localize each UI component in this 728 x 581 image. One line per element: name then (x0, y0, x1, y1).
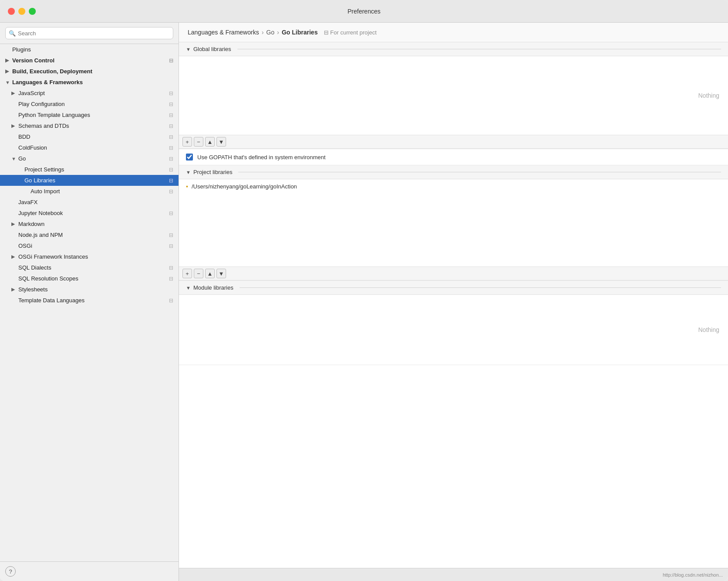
expand-icon: ▶ (11, 90, 17, 96)
copy-icon: ⊟ (169, 123, 173, 129)
move-down-button[interactable]: ▼ (216, 269, 226, 278)
sidebar: 🔍 Plugins ▶ Version Control ⊟ (0, 23, 179, 581)
sidebar-item-label: Project Settings (24, 166, 64, 173)
for-project-label: ⊟ For current project (324, 29, 377, 36)
sidebar-item-label: Build, Execution, Deployment (12, 68, 92, 75)
expand-icon: ▼ (5, 80, 11, 85)
sidebar-item-label: Template Data Languages (18, 297, 85, 304)
sidebar-item-play-configuration[interactable]: Play Configuration ⊟ (0, 99, 179, 109)
sidebar-item-template-data[interactable]: Template Data Languages ⊟ (0, 295, 179, 306)
section-collapse-icon[interactable]: ▼ (186, 285, 191, 290)
remove-button[interactable]: − (194, 137, 203, 147)
sidebar-item-jupyter[interactable]: Jupyter Notebook ⊟ (0, 208, 179, 219)
breadcrumb-part2: Go (266, 29, 275, 36)
global-libraries-header: ▼ Global libraries (179, 42, 728, 56)
folder-icon: ▪ (186, 183, 188, 190)
module-libraries-section: ▼ Module libraries Nothing (179, 281, 728, 365)
project-libraries-section: ▼ Project libraries ▪ /Users/nizhenyang/… (179, 165, 728, 281)
copy-icon: ⊟ (169, 58, 173, 64)
search-input[interactable] (5, 27, 173, 39)
sidebar-item-bdd[interactable]: BDD ⊟ (0, 131, 179, 142)
breadcrumb-part3: Go Libraries (282, 29, 317, 36)
expand-icon: ▶ (5, 68, 11, 74)
sidebar-item-sql-resolution[interactable]: SQL Resolution Scopes ⊟ (0, 273, 179, 284)
window-controls (8, 8, 36, 15)
copy-icon: ⊟ (169, 145, 173, 151)
minimize-button[interactable] (18, 8, 25, 15)
copy-icon: ⊟ (169, 243, 173, 249)
sidebar-item-label: JavaScript (18, 90, 45, 96)
sidebar-bottom: ? (0, 561, 179, 581)
sidebar-item-coldfusion[interactable]: ColdFusion ⊟ (0, 142, 179, 153)
sidebar-item-python-template[interactable]: Python Template Languages ⊟ (0, 109, 179, 120)
module-libraries-title: Module libraries (193, 284, 234, 291)
sidebar-item-label: Go Libraries (24, 177, 55, 184)
move-down-button[interactable]: ▼ (216, 137, 226, 147)
path-row: ▪ /Users/nizhenyang/goLearning/goInActio… (179, 179, 728, 193)
maximize-button[interactable] (29, 8, 36, 15)
sidebar-item-label: ColdFusion (18, 144, 47, 151)
section-divider (238, 172, 721, 172)
sidebar-item-osgi-framework[interactable]: ▶ OSGi Framework Instances (0, 251, 179, 262)
sidebar-item-build-execution[interactable]: ▶ Build, Execution, Deployment (0, 66, 179, 77)
sidebar-item-label: Languages & Frameworks (12, 79, 83, 85)
add-button[interactable]: + (182, 137, 192, 147)
sidebar-item-stylesheets[interactable]: ▶ Stylesheets (0, 284, 179, 295)
sidebar-list: Plugins ▶ Version Control ⊟ ▶ Build, Exe… (0, 44, 179, 561)
sidebar-item-markdown[interactable]: ▶ Markdown (0, 219, 179, 229)
sidebar-item-languages-frameworks[interactable]: ▼ Languages & Frameworks (0, 77, 179, 88)
section-collapse-icon[interactable]: ▼ (186, 47, 191, 52)
copy-icon: ⊟ (169, 178, 173, 184)
sidebar-item-label: OSGi (18, 243, 32, 249)
close-button[interactable] (8, 8, 15, 15)
move-up-button[interactable]: ▲ (205, 137, 215, 147)
global-libraries-content: Nothing (179, 56, 728, 135)
content-body: ▼ Global libraries Nothing + − ▲ ▼ (179, 42, 728, 568)
breadcrumb-sep1: › (261, 29, 264, 36)
sidebar-item-label: JavaFX (18, 199, 38, 205)
sidebar-item-label: Go (18, 155, 26, 162)
sidebar-item-go-libraries[interactable]: Go Libraries ⊟ (0, 175, 179, 186)
status-url: http://blog.csdn.net/nizhon... (663, 572, 723, 578)
sidebar-item-label: Markdown (18, 221, 45, 227)
move-up-button[interactable]: ▲ (205, 269, 215, 278)
sidebar-item-plugins[interactable]: Plugins (0, 44, 179, 55)
content-header: Languages & Frameworks › Go › Go Librari… (179, 23, 728, 42)
sidebar-item-label: Version Control (12, 57, 55, 64)
section-collapse-icon[interactable]: ▼ (186, 170, 191, 175)
sidebar-item-version-control[interactable]: ▶ Version Control ⊟ (0, 55, 179, 66)
module-libraries-header: ▼ Module libraries (179, 281, 728, 295)
sidebar-item-auto-import[interactable]: Auto Import ⊟ (0, 186, 179, 197)
section-divider (240, 287, 721, 288)
main-content: 🔍 Plugins ▶ Version Control ⊟ (0, 23, 728, 581)
sidebar-item-javafx[interactable]: JavaFX (0, 197, 179, 208)
sidebar-item-label: SQL Resolution Scopes (18, 275, 79, 282)
nothing-label: Nothing (698, 92, 719, 99)
search-wrap: 🔍 (5, 27, 173, 39)
gopath-checkbox[interactable] (186, 154, 193, 161)
copy-icon: ⊟ (169, 156, 173, 162)
remove-button[interactable]: − (194, 269, 203, 278)
project-libraries-header: ▼ Project libraries (179, 165, 728, 179)
global-libraries-toolbar: + − ▲ ▼ (179, 135, 728, 149)
status-bar: http://blog.csdn.net/nizhon... (179, 568, 728, 581)
sidebar-item-javascript[interactable]: ▶ JavaScript ⊟ (0, 88, 179, 99)
help-button[interactable]: ? (5, 566, 16, 577)
sidebar-item-sql-dialects[interactable]: SQL Dialects ⊟ (0, 262, 179, 273)
sidebar-item-nodejs[interactable]: Node.js and NPM ⊟ (0, 229, 179, 240)
copy-icon: ⊟ (169, 276, 173, 282)
sidebar-item-schemas-dtds[interactable]: ▶ Schemas and DTDs ⊟ (0, 120, 179, 131)
sidebar-item-label: Plugins (12, 46, 31, 53)
sidebar-item-label: Play Configuration (18, 101, 65, 107)
sidebar-item-label: Python Template Languages (18, 112, 90, 118)
add-button[interactable]: + (182, 269, 192, 278)
sidebar-item-go[interactable]: ▼ Go ⊟ (0, 153, 179, 164)
sidebar-item-label: OSGi Framework Instances (18, 253, 88, 260)
sidebar-item-osgi[interactable]: OSGi ⊟ (0, 240, 179, 251)
expand-icon: ▶ (11, 123, 17, 129)
section-divider (237, 49, 721, 49)
sidebar-item-project-settings[interactable]: Project Settings ⊟ (0, 164, 179, 175)
copy-icon: ⊟ (169, 112, 173, 118)
copy-icon: ⊟ (169, 167, 173, 173)
project-path: /Users/nizhenyang/goLearning/goInAction (192, 183, 297, 190)
